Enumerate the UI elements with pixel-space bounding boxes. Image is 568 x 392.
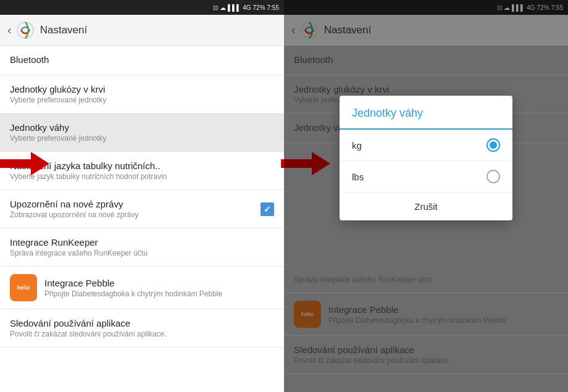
left-phone-panel: ⊡ ☁ ▌▌▌ 4G 72% 7:55 ‹ Nastavení [0, 0, 284, 392]
glucose-title: Jednotky glukózy v krvi [10, 84, 274, 94]
lbs-label: lbs [352, 172, 364, 182]
left-item-runkeeper[interactable]: Integrace RunKeeper Správa integrace vaš… [0, 228, 284, 267]
notifications-title: Upozornění na nové zprávy [10, 199, 138, 209]
left-item-glucose[interactable]: Jednotky glukózy v krvi Vyberte preferov… [0, 75, 284, 114]
dialog-cancel-button[interactable]: Zrušit [340, 193, 512, 220]
weight-title: Jednotky váhy [10, 122, 274, 133]
weight-subtitle: Vyberte preferované jednotky [10, 134, 274, 143]
runkeeper-subtitle: Správa integrace vašeho RunKeeper účtu [10, 249, 274, 257]
time-display: 7:55 [267, 4, 279, 11]
left-item-notifications[interactable]: Upozornění na nové zprávy Zobrazovat upo… [0, 190, 284, 228]
wifi-icon: ☁ [220, 4, 226, 11]
tracking-subtitle: Povolit či zakázat sledování používání a… [10, 330, 274, 338]
app-logo [17, 22, 34, 39]
left-item-bluetooth[interactable]: Bluetooth [0, 46, 284, 75]
svg-point-0 [17, 22, 33, 38]
kg-radio[interactable] [487, 138, 500, 152]
left-item-language[interactable]: Nastavení jazyka tabulky nutričních.. Vy… [0, 152, 284, 190]
glucose-subtitle: Vyberte preferované jednotky [10, 96, 274, 104]
status-icons: ⊡ ☁ ▌▌▌ 4G 72% 7:55 [213, 4, 279, 11]
weight-dialog: Jednotky váhy kg lbs Zrušit [340, 96, 512, 220]
left-status-bar: ⊡ ☁ ▌▌▌ 4G 72% 7:55 [0, 0, 284, 15]
signal-bars: ▌▌▌ [228, 4, 241, 11]
pebble-icon-text: helio [17, 285, 30, 291]
language-subtitle: Vyberte jazyk tabulky nutričních hodnot … [10, 172, 274, 181]
pebble-title: Integrace Pebble [44, 278, 222, 288]
dialog-option-kg[interactable]: kg [340, 130, 512, 161]
pebble-subtitle: Připojte Diabetesdagboka k chytrým hodin… [44, 290, 222, 298]
bluetooth-title: Bluetooth [10, 54, 274, 65]
dialog-title: Jednotky váhy [340, 96, 512, 130]
runkeeper-title: Integrace RunKeeper [10, 237, 274, 248]
dialog-option-lbs[interactable]: lbs [340, 161, 512, 193]
back-button[interactable]: ‹ [7, 23, 12, 37]
nav-title: Nastavení [40, 24, 88, 36]
signal-label: 4G [243, 4, 251, 11]
notifications-checkbox[interactable] [261, 202, 274, 216]
dialog-overlay: Jednotky váhy kg lbs Zrušit [284, 0, 568, 392]
left-item-weight[interactable]: Jednotky váhy Vyberte preferované jednot… [0, 114, 284, 152]
right-phone-panel: ⊡ ☁ ▌▌▌ 4G 72% 7:55 ‹ Nastavení Bluet [284, 0, 568, 392]
tracking-title: Sledování používání aplikace [10, 318, 274, 328]
sim-icon: ⊡ [213, 4, 218, 11]
language-title: Nastavení jazyka tabulky nutričních.. [10, 161, 274, 171]
left-item-pebble[interactable]: helio Integrace Pebble Připojte Diabetes… [0, 267, 284, 309]
left-nav-bar: ‹ Nastavení [0, 15, 284, 46]
left-settings-list: Bluetooth Jednotky glukózy v krvi Vybert… [0, 46, 284, 392]
kg-radio-inner [490, 141, 497, 149]
left-item-tracking[interactable]: Sledování používání aplikace Povolit či … [0, 309, 284, 348]
battery-level: 72% [253, 4, 265, 11]
notifications-subtitle: Zobrazovat upozornění na nové zprávy [10, 211, 138, 219]
lbs-radio[interactable] [487, 170, 500, 183]
kg-label: kg [352, 140, 362, 151]
pebble-icon: helio [10, 274, 37, 301]
